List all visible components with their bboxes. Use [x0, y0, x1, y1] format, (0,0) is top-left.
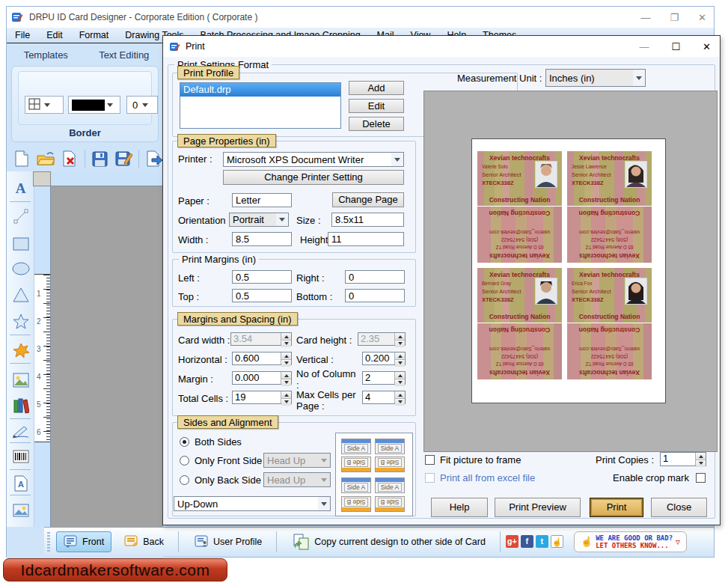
custom-shape-tool-icon[interactable]	[11, 341, 30, 359]
measurement-unit-dropdown[interactable]: Inches (in)	[545, 69, 646, 87]
picture-tool-icon[interactable]	[11, 501, 30, 519]
print-copies-spinner[interactable]: 1	[660, 452, 706, 466]
fit-picture-checkbox[interactable]	[425, 455, 435, 465]
enable-crop-mark-label[interactable]: Enable crop mark	[613, 472, 689, 483]
delete-design-icon[interactable]	[61, 149, 79, 168]
horizontal-label: Horizontal :	[178, 354, 227, 365]
barcode-tool-icon[interactable]	[11, 447, 30, 466]
margin-spinner[interactable]: 0.000	[232, 371, 292, 385]
line-tool-icon[interactable]	[11, 207, 30, 225]
margin-spacing-label: Margin :	[178, 373, 213, 385]
toolbar-grip	[47, 532, 50, 552]
ellipse-tool-icon[interactable]	[11, 259, 30, 278]
sides-preview-tiles: Side A Side A Side B Side B Side A Side …	[335, 433, 413, 516]
no-of-column-spinner[interactable]: 2	[362, 371, 406, 385]
save-as-icon[interactable]	[114, 149, 132, 168]
copy-design-button[interactable]: Copy current design to other side of Car…	[286, 531, 492, 552]
export-icon[interactable]	[145, 149, 163, 168]
only-front-side-label[interactable]: Only Front Side	[195, 455, 262, 466]
paper-field[interactable]: Letter	[232, 193, 292, 207]
new-document-icon[interactable]	[13, 149, 31, 168]
side-b-tile: Side B	[341, 457, 371, 472]
printer-dropdown[interactable]: Microsoft XPS Document Writer	[223, 152, 404, 167]
ruler-number: 5	[37, 400, 41, 409]
enable-crop-mark-checkbox[interactable]	[696, 473, 706, 483]
border-color-dropdown[interactable]	[68, 96, 120, 114]
max-cells-spinner[interactable]: 4	[362, 391, 406, 404]
fit-picture-label[interactable]: Fit picture to frame	[440, 454, 521, 466]
print-preview-panel: Xevian technocrafts Valerie Soto Senior …	[423, 91, 718, 452]
change-printer-setting-button[interactable]: Change Printer Setting	[223, 170, 404, 185]
dialog-minimize-icon[interactable]: —	[639, 41, 649, 52]
both-sides-label[interactable]: Both Sides	[195, 436, 242, 448]
close-icon[interactable]: ✕	[698, 12, 706, 23]
size-field[interactable]: 8.5x11	[331, 213, 404, 227]
image-tool-icon[interactable]	[11, 370, 30, 389]
width-field[interactable]: 8.5	[232, 232, 292, 246]
change-page-button[interactable]: Change Page	[332, 192, 404, 207]
margin-top-field[interactable]: 0.5	[232, 289, 292, 302]
close-button[interactable]: Close	[651, 498, 707, 517]
menu-format[interactable]: Format	[71, 30, 117, 40]
open-file-icon[interactable]	[37, 149, 55, 168]
margin-left-field[interactable]: 0.5	[232, 270, 292, 284]
print-button[interactable]: Print	[590, 498, 643, 517]
text-tool-icon[interactable]: A	[11, 179, 30, 198]
dialog-close-icon[interactable]: ✕	[703, 41, 711, 52]
user-profile-button[interactable]: User Profile	[188, 531, 269, 552]
feedback-badge[interactable]: ☝ WE ARE GOOD OR BAD? LET OTHERS KNOW...…	[574, 531, 687, 552]
height-field[interactable]: 11	[328, 232, 404, 246]
rectangle-tool-icon[interactable]	[11, 234, 30, 253]
front-side-button[interactable]: Front	[56, 531, 111, 552]
orientation-label: Orientation :	[178, 215, 231, 226]
margin-bottom-field[interactable]: 0	[345, 289, 405, 302]
edit-button[interactable]: Edit	[349, 99, 404, 113]
signature-tool-icon[interactable]	[11, 421, 30, 440]
menu-edit[interactable]: Edit	[38, 30, 71, 40]
star-tool-icon[interactable]	[11, 312, 30, 331]
add-button[interactable]: Add	[349, 81, 404, 95]
watermark-banner: Idcardmakersoftware.com	[3, 558, 227, 582]
border-color-swatch	[72, 100, 105, 111]
only-back-side-label[interactable]: Only Back Side	[195, 474, 261, 486]
profile-listbox[interactable]: Default.drp	[180, 82, 341, 129]
card-front: Xevian technocrafts Bernard Gray Senior …	[477, 268, 562, 323]
vertical-spinner[interactable]: 0.200	[362, 352, 406, 365]
text-document-tool-icon[interactable]: A	[11, 474, 30, 492]
profile-item-selected[interactable]: Default.drp	[180, 83, 340, 97]
user-profile-icon	[195, 535, 209, 548]
back-side-button[interactable]: Back	[117, 531, 171, 552]
total-cells-spinner[interactable]: 19	[232, 391, 292, 404]
thumbs-up-icon[interactable]: ☝	[551, 535, 563, 548]
minimize-icon[interactable]: —	[640, 12, 650, 23]
delete-button[interactable]: Delete	[349, 117, 404, 131]
border-width-dropdown[interactable]: 0	[126, 96, 158, 114]
card-front: Xevian technocrafts Erica Fox Senior Arc…	[567, 268, 652, 323]
save-icon[interactable]	[91, 149, 109, 168]
border-style-dropdown[interactable]	[25, 96, 64, 114]
tab-text-editing[interactable]: Text Editing	[85, 49, 164, 61]
library-tool-icon[interactable]	[11, 396, 30, 415]
card-front: Xevian technocrafts Jesse Lawrence Senio…	[567, 151, 652, 206]
updown-order-dropdown[interactable]: Up-Down	[174, 496, 331, 511]
print-excel-label: Print all from excel file	[440, 472, 535, 483]
triangle-tool-icon[interactable]	[11, 285, 30, 304]
restore-icon[interactable]: ❐	[670, 12, 679, 23]
print-preview-button[interactable]: Print Preview	[495, 498, 581, 517]
only-back-side-radio[interactable]	[180, 475, 189, 485]
google-plus-icon[interactable]: g+	[506, 535, 519, 548]
both-sides-radio[interactable]	[180, 437, 189, 447]
only-front-side-radio[interactable]	[180, 456, 189, 466]
orientation-dropdown[interactable]: Portrait	[229, 213, 289, 227]
facebook-icon[interactable]: f	[521, 535, 533, 548]
horizontal-spinner[interactable]: 0.600	[232, 352, 292, 365]
ruler-number: 4	[37, 373, 41, 381]
help-button[interactable]: Help	[431, 498, 488, 517]
border-group: 0 Border	[11, 66, 159, 142]
tab-templates[interactable]: Templates	[7, 49, 85, 61]
margin-right-field[interactable]: 0	[345, 270, 405, 284]
menu-file[interactable]: File	[7, 30, 38, 40]
twitter-icon[interactable]: t	[536, 535, 548, 548]
dialog-maximize-icon[interactable]: ☐	[671, 41, 680, 52]
design-canvas[interactable]	[51, 186, 163, 527]
